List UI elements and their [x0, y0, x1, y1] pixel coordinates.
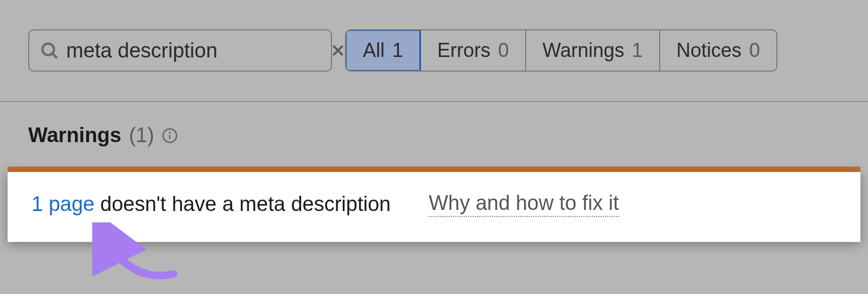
issue-pages-link[interactable]: 1 page	[31, 193, 94, 215]
filter-label: Notices	[676, 39, 742, 62]
warnings-divider	[8, 167, 860, 172]
clear-icon[interactable]	[331, 43, 345, 57]
search-input[interactable]	[59, 39, 331, 62]
section-header: Warnings (1)	[0, 102, 868, 167]
filter-tab-notices[interactable]: Notices 0	[660, 30, 776, 71]
filter-tabs: All 1 Errors 0 Warnings 1 Notices 0	[345, 29, 777, 72]
svg-point-0	[42, 43, 54, 55]
issue-description: doesn't have a meta description	[94, 193, 391, 215]
issue-row: 1 page doesn't have a meta description W…	[8, 172, 860, 242]
filter-count: 0	[498, 39, 509, 62]
filter-label: All	[363, 39, 385, 62]
filter-tab-errors[interactable]: Errors 0	[421, 30, 526, 71]
filter-tab-warnings[interactable]: Warnings 1	[526, 30, 660, 71]
top-bar: All 1 Errors 0 Warnings 1 Notices 0	[0, 0, 868, 102]
filter-label: Warnings	[542, 39, 624, 62]
filter-count: 0	[749, 39, 760, 62]
issue-text: 1 page doesn't have a meta description	[31, 193, 391, 216]
filter-tab-all[interactable]: All 1	[345, 29, 421, 72]
svg-line-1	[53, 54, 57, 58]
info-icon[interactable]	[162, 127, 178, 144]
filter-label: Errors	[437, 39, 490, 62]
fix-help-link[interactable]: Why and how to fix it	[429, 191, 619, 217]
svg-point-6	[170, 132, 170, 132]
search-icon	[40, 41, 59, 60]
filter-count: 1	[632, 39, 643, 62]
filter-count: 1	[392, 39, 403, 62]
search-container[interactable]	[28, 29, 332, 72]
section-count: (1)	[129, 124, 154, 147]
section-title: Warnings	[28, 124, 122, 147]
